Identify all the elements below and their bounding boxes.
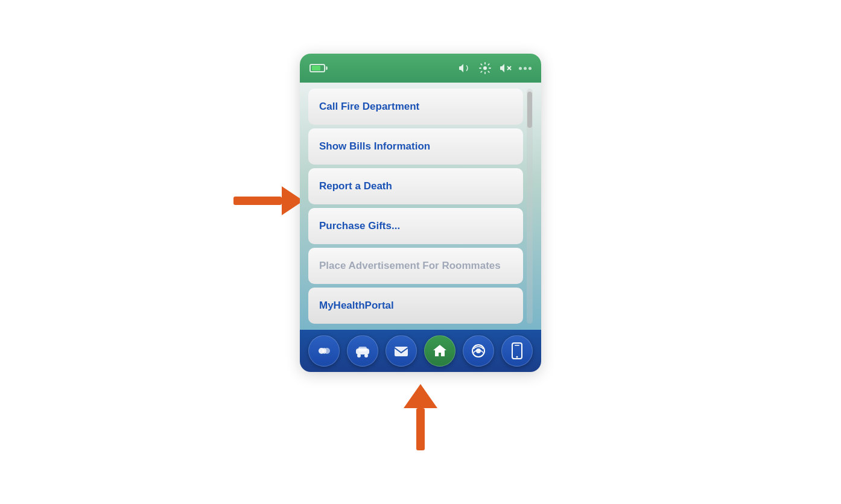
menu-item-label: Call Fire Department	[319, 101, 419, 113]
svg-point-5	[322, 348, 326, 354]
menu-item-label: Report a Death	[319, 180, 392, 192]
menu-item-purchase-gifts[interactable]: Purchase Gifts...	[308, 208, 523, 244]
menu-item-call-fire[interactable]: Call Fire Department	[308, 89, 523, 125]
speaker-icon	[457, 61, 472, 75]
menu-item-report-death[interactable]: Report a Death	[308, 168, 523, 204]
nav-btn-social[interactable]	[308, 335, 340, 367]
battery-body	[309, 64, 325, 72]
menu-item-show-bills[interactable]: Show Bills Information	[308, 128, 523, 165]
status-left	[309, 64, 328, 72]
svg-rect-10	[395, 347, 408, 356]
battery-fill	[312, 66, 320, 71]
arrow-right-shaft	[233, 197, 282, 205]
device-frame: Call Fire Department Show Bills Informat…	[300, 54, 541, 372]
nav-btn-mail[interactable]	[386, 335, 417, 367]
scene: Call Fire Department Show Bills Informat…	[300, 54, 541, 450]
menu-area: Call Fire Department Show Bills Informat…	[300, 83, 541, 330]
gear-icon	[478, 61, 492, 75]
menu-item-health-portal[interactable]: MyHealthPortal	[308, 288, 523, 324]
mute-icon	[498, 61, 513, 75]
svg-rect-15	[515, 345, 519, 346]
arrow-right	[233, 186, 303, 215]
status-bar	[300, 54, 541, 83]
signal-dots	[519, 67, 532, 70]
nav-btn-device[interactable]	[501, 335, 533, 367]
arrow-up-head	[404, 384, 437, 408]
nav-btn-home[interactable]	[424, 335, 455, 367]
menu-item-label: Purchase Gifts...	[319, 220, 400, 232]
scroll-track[interactable]	[527, 89, 533, 324]
battery-tip	[326, 66, 328, 70]
nav-btn-transport[interactable]	[347, 335, 378, 367]
arrow-up	[404, 384, 437, 450]
svg-point-14	[516, 356, 518, 358]
svg-point-0	[483, 66, 487, 70]
menu-item-label: MyHealthPortal	[319, 300, 394, 312]
status-icons	[457, 61, 532, 75]
scroll-thumb[interactable]	[527, 92, 532, 128]
svg-point-9	[364, 354, 368, 358]
arrow-up-shaft	[416, 408, 425, 450]
menu-item-place-ad[interactable]: Place Advertisement For Roommates	[308, 248, 523, 284]
bottom-nav	[300, 330, 541, 372]
menu-item-label: Place Advertisement For Roommates	[319, 260, 501, 272]
nav-btn-music[interactable]	[463, 335, 494, 367]
menu-item-label: Show Bills Information	[319, 140, 430, 153]
menu-list: Call Fire Department Show Bills Informat…	[308, 89, 533, 324]
svg-point-8	[357, 354, 361, 358]
battery-icon	[309, 64, 328, 72]
svg-rect-7	[358, 347, 367, 351]
